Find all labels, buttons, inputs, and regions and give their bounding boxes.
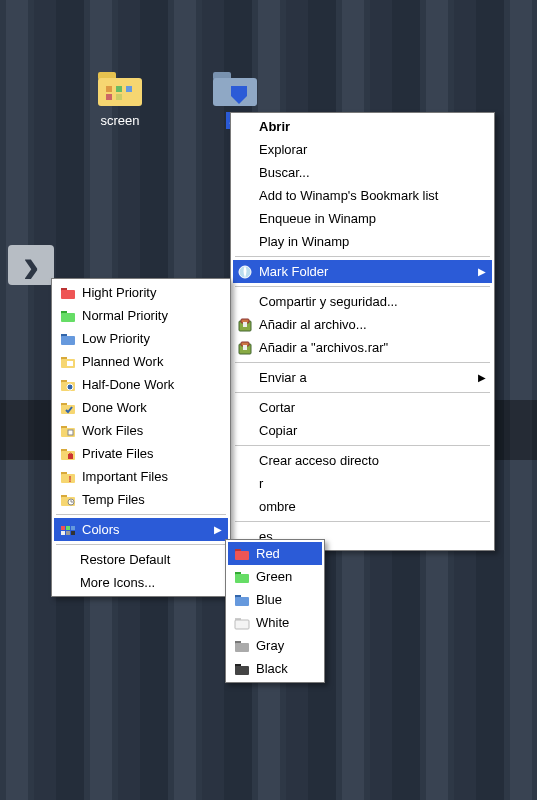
- folder-important-icon: !: [60, 469, 76, 485]
- svg-rect-24: [67, 361, 73, 366]
- svg-rect-3: [116, 86, 122, 92]
- folder-green-icon: [234, 569, 250, 585]
- submenu-arrow-icon: ▶: [214, 521, 222, 538]
- color-gray[interactable]: Gray: [228, 634, 322, 657]
- mark-low-priority[interactable]: Low Priority: [54, 327, 228, 350]
- desktop-icon-screen[interactable]: screen: [80, 68, 160, 129]
- separator: [235, 521, 490, 522]
- folder-done-icon: [60, 400, 76, 416]
- svg-rect-46: [66, 531, 70, 535]
- folder-context-menu: Abrir Explorar Buscar... Add to Winamp's…: [230, 112, 495, 551]
- svg-rect-51: [235, 574, 249, 583]
- svg-rect-42: [61, 526, 65, 530]
- separator: [56, 514, 226, 515]
- menu-send-to[interactable]: Enviar a ▶: [233, 366, 492, 389]
- mark-normal-priority[interactable]: Normal Priority: [54, 304, 228, 327]
- folder-temp-icon: [60, 492, 76, 508]
- menu-add-winamp-bookmark[interactable]: Add to Winamp's Bookmark list: [233, 184, 492, 207]
- menu-cut[interactable]: Cortar: [233, 396, 492, 419]
- menu-play-winamp[interactable]: Play in Winamp: [233, 230, 492, 253]
- menu-search[interactable]: Buscar...: [233, 161, 492, 184]
- mark-half-done[interactable]: Half-Done Work: [54, 373, 228, 396]
- mark-temp-files[interactable]: Temp Files: [54, 488, 228, 511]
- folder-red-icon: [234, 546, 250, 562]
- menu-share-security[interactable]: Compartir y seguridad...: [233, 290, 492, 313]
- svg-rect-2: [106, 86, 112, 92]
- folder-white-icon: [234, 615, 250, 631]
- svg-rect-47: [71, 531, 75, 535]
- svg-rect-35: [68, 454, 73, 459]
- separator: [56, 544, 226, 545]
- folder-green-icon: [60, 308, 76, 324]
- svg-rect-17: [61, 290, 75, 299]
- winrar-icon: [237, 340, 253, 356]
- submenu-arrow-icon: ▶: [478, 263, 486, 280]
- separator: [235, 286, 490, 287]
- chevron-right-icon: ›: [23, 237, 40, 293]
- svg-rect-5: [106, 94, 112, 100]
- mark-private-files[interactable]: Private Files: [54, 442, 228, 465]
- separator: [235, 362, 490, 363]
- color-black[interactable]: Black: [228, 657, 322, 680]
- mark-done-work[interactable]: Done Work: [54, 396, 228, 419]
- svg-rect-4: [126, 86, 132, 92]
- svg-rect-12: [243, 322, 247, 327]
- menu-add-to-archive-named[interactable]: Añadir a "archivos.rar": [233, 336, 492, 359]
- svg-point-27: [67, 384, 73, 390]
- folder-blue-icon: [234, 592, 250, 608]
- submenu-arrow-icon: ▶: [478, 369, 486, 386]
- separator: [235, 256, 490, 257]
- svg-rect-43: [66, 526, 70, 530]
- folder-half-icon: [60, 377, 76, 393]
- menu-rename[interactable]: ombre: [233, 495, 492, 518]
- svg-rect-57: [235, 643, 249, 652]
- menu-enqueue-winamp[interactable]: Enqueue in Winamp: [233, 207, 492, 230]
- winrar-icon: [237, 317, 253, 333]
- menu-add-to-archive[interactable]: Añadir al archivo...: [233, 313, 492, 336]
- svg-rect-32: [68, 430, 73, 435]
- menu-delete[interactable]: r: [233, 472, 492, 495]
- desktop-icon-label: screen: [97, 112, 142, 129]
- mark-folder-submenu: Hight Priority Normal Priority Low Prior…: [51, 278, 231, 597]
- mark-colors[interactable]: Colors ▶: [54, 518, 228, 541]
- folder-private-icon: [60, 446, 76, 462]
- svg-rect-45: [61, 531, 65, 535]
- svg-rect-6: [116, 94, 122, 100]
- folder-red-icon: [60, 285, 76, 301]
- svg-rect-19: [61, 313, 75, 322]
- svg-rect-59: [235, 666, 249, 675]
- svg-rect-55: [235, 620, 249, 629]
- mark-work-files[interactable]: Work Files: [54, 419, 228, 442]
- menu-explore[interactable]: Explorar: [233, 138, 492, 161]
- mark-folder-icon: [237, 264, 253, 280]
- color-blue[interactable]: Blue: [228, 588, 322, 611]
- svg-rect-44: [71, 526, 75, 530]
- mark-restore-default[interactable]: Restore Default: [54, 548, 228, 571]
- svg-text:!: !: [69, 474, 72, 484]
- scroll-arrow[interactable]: ›: [8, 245, 54, 285]
- menu-create-shortcut[interactable]: Crear acceso directo: [233, 449, 492, 472]
- menu-copy[interactable]: Copiar: [233, 419, 492, 442]
- svg-rect-21: [61, 336, 75, 345]
- mark-planned-work[interactable]: Planned Work: [54, 350, 228, 373]
- mark-hight-priority[interactable]: Hight Priority: [54, 281, 228, 304]
- menu-open[interactable]: Abrir: [233, 115, 492, 138]
- folder-blue-icon: [60, 331, 76, 347]
- menu-mark-folder[interactable]: Mark Folder ▶: [233, 260, 492, 283]
- color-red[interactable]: Red: [228, 542, 322, 565]
- palette-icon: [60, 522, 76, 538]
- separator: [235, 445, 490, 446]
- folder-plan-icon: [60, 354, 76, 370]
- mark-more-icons[interactable]: More Icons...: [54, 571, 228, 594]
- mark-important-files[interactable]: ! Important Files: [54, 465, 228, 488]
- svg-rect-15: [243, 345, 247, 350]
- folder-gray-icon: [234, 638, 250, 654]
- svg-rect-53: [235, 597, 249, 606]
- colors-submenu: Red Green Blue White Gray Black: [225, 539, 325, 683]
- folder-work-icon: [60, 423, 76, 439]
- folder-black-icon: [234, 661, 250, 677]
- color-white[interactable]: White: [228, 611, 322, 634]
- color-green[interactable]: Green: [228, 565, 322, 588]
- separator: [235, 392, 490, 393]
- svg-rect-49: [235, 551, 249, 560]
